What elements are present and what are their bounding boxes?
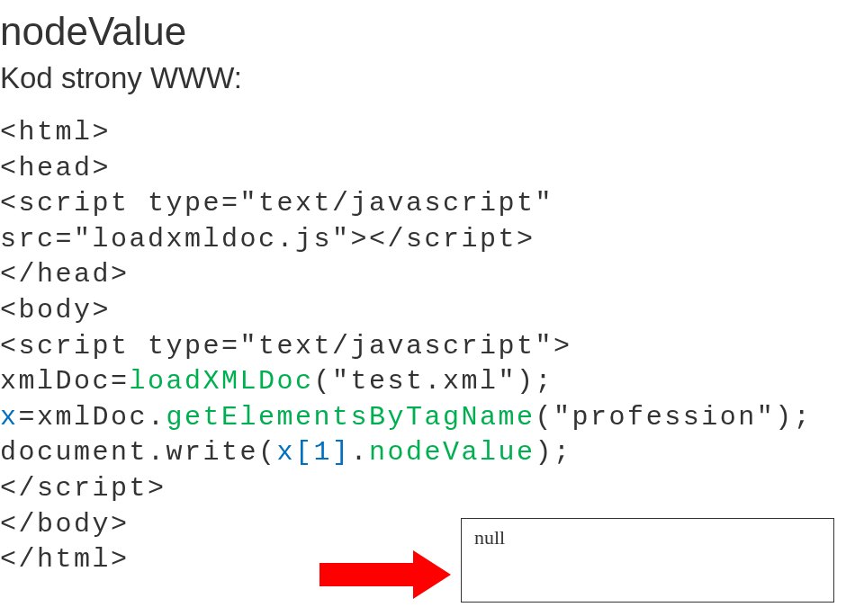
code-block: <html> <head> <script type="text/javascr… [0,115,864,578]
code-property: nodeValue [369,437,536,468]
code-text: ); [536,437,572,468]
code-text: document.write( [0,437,277,468]
arrow-icon [320,550,451,599]
output-box: null [461,518,834,603]
code-line: xmlDoc=loadXMLDoc("test.xml"); [0,364,864,400]
code-text: xmlDoc= [0,366,130,397]
code-text: =xmlDoc. [19,402,166,433]
slide-subtitle: Kod strony WWW: [0,61,864,95]
code-function: loadXMLDoc [130,366,314,397]
code-line: document.write(x[1].nodeValue); [0,435,864,471]
code-line: x=xmlDoc.getElementsByTagName("professio… [0,400,864,436]
code-line: </script> [0,471,864,507]
code-variable: x [0,402,19,433]
code-variable: x[1] [277,437,351,468]
code-line: <body> [0,293,864,329]
slide-content: nodeValue Kod strony WWW: <html> <head> … [0,0,864,578]
code-line: <script type="text/javascript"> [0,329,864,365]
code-function: getElementsByTagName [166,402,536,433]
code-line: </head> [0,257,864,293]
code-line: <head> [0,151,864,187]
code-text: </script> [369,224,536,254]
code-line: <html> [0,115,864,151]
code-text: src="loadxmldoc.js"> [0,224,369,254]
slide-title: nodeValue [0,9,864,54]
code-text: ("test.xml"); [314,366,554,397]
code-line: src="loadxmldoc.js"></script> [0,222,864,258]
output-text: null [474,526,821,549]
code-text: <script type="text/javascript" [0,188,554,219]
code-line: <script type="text/javascript" [0,186,864,222]
code-text: . [351,437,370,468]
code-text: ("profession"); [536,402,813,433]
